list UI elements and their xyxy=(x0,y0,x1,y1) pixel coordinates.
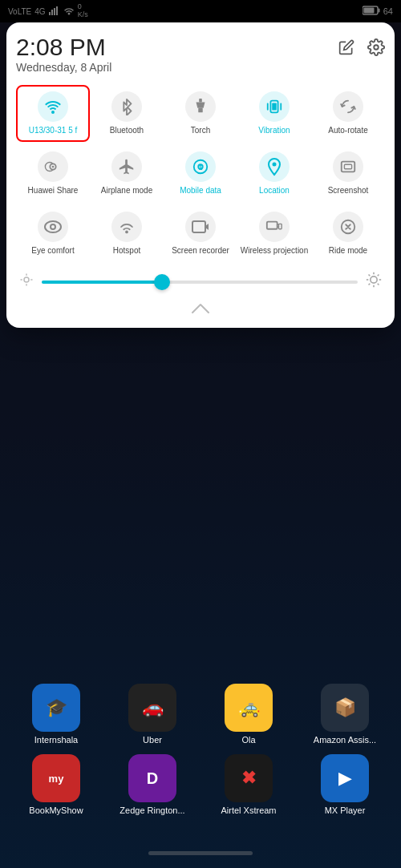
app-amazon[interactable]: 📦 Amazon Assis... xyxy=(309,684,381,745)
svg-point-28 xyxy=(24,277,29,282)
mobiledata-toggle-label: Mobile data xyxy=(180,186,221,196)
svg-rect-8 xyxy=(198,108,203,113)
panel-time: 2:08 PM xyxy=(16,35,111,59)
wifi-toggle-icon xyxy=(38,91,68,122)
toggle-row-1: U13/30-31 5 f Bluetooth Torch Vibration xyxy=(16,85,385,142)
toggle-screenrecorder[interactable]: Screen recorder xyxy=(164,205,237,262)
huaweishare-toggle-icon xyxy=(38,151,68,182)
torch-toggle-label: Torch xyxy=(191,126,210,135)
uber-label: Uber xyxy=(116,735,188,745)
toggle-bluetooth[interactable]: Bluetooth xyxy=(90,85,164,142)
hotspot-toggle-icon xyxy=(111,212,142,242)
toggle-autorotate[interactable]: Auto-rotate xyxy=(311,85,385,142)
mobiledata-toggle-icon: 1 xyxy=(185,151,216,182)
amazon-icon: 📦 xyxy=(321,684,369,732)
wirelessprojection-toggle-icon xyxy=(259,212,290,242)
brightness-high-icon xyxy=(366,272,382,292)
ridemode-toggle-icon xyxy=(333,212,363,242)
huaweishare-toggle-label: Huawei Share xyxy=(28,186,79,196)
svg-line-39 xyxy=(378,284,379,285)
toggle-location[interactable]: Location xyxy=(237,145,311,202)
airplanemode-toggle-icon xyxy=(111,151,142,182)
apps-section: 🎓 Internshala 🚗 Uber 🚕 Ola 📦 Amazon Assi… xyxy=(0,679,401,820)
ola-icon: 🚕 xyxy=(225,684,273,732)
screenrecorder-toggle-label: Screen recorder xyxy=(172,246,229,256)
toggle-mobiledata[interactable]: 1 Mobile data xyxy=(164,145,237,202)
mxplayer-label: MX Player xyxy=(309,805,381,815)
amazon-label: Amazon Assis... xyxy=(309,735,381,745)
screenshot-toggle-label: Screenshot xyxy=(328,186,369,196)
internshala-icon: 🎓 xyxy=(32,684,80,732)
location-toggle-label: Location xyxy=(259,186,290,196)
brightness-row xyxy=(16,265,385,295)
ola-label: Ola xyxy=(213,735,285,745)
panel-action-icons xyxy=(338,38,385,59)
location-toggle-icon xyxy=(259,151,290,182)
svg-rect-9 xyxy=(199,99,202,103)
internshala-label: Internshala xyxy=(20,735,92,745)
toggle-wirelessprojection[interactable]: Wireless projection xyxy=(237,205,311,262)
app-bookmyshow[interactable]: my BookMyShow xyxy=(20,754,92,815)
svg-point-13 xyxy=(52,166,55,168)
toggle-torch[interactable]: Torch xyxy=(164,85,237,142)
eyecomfort-toggle-label: Eye comfort xyxy=(31,246,74,256)
airplanemode-toggle-label: Airplane mode xyxy=(101,186,152,196)
app-internshala[interactable]: 🎓 Internshala xyxy=(20,684,92,745)
airtel-label: Airtel Xstream xyxy=(213,805,285,815)
screenrecorder-toggle-icon xyxy=(185,212,216,242)
bluetooth-toggle-icon xyxy=(111,91,142,122)
svg-rect-25 xyxy=(267,222,277,229)
uber-icon: 🚗 xyxy=(128,684,176,732)
svg-point-20 xyxy=(45,221,61,232)
wirelessprojection-toggle-label: Wireless projection xyxy=(241,246,308,256)
app-row-1: 🎓 Internshala 🚗 Uber 🚕 Ola 📦 Amazon Assi… xyxy=(0,679,401,749)
toggle-hotspot[interactable]: Hotspot xyxy=(90,205,164,262)
toggle-eyecomfort[interactable]: Eye comfort xyxy=(16,205,90,262)
autorotate-toggle-icon xyxy=(333,91,363,122)
airtel-icon: ✖ xyxy=(225,754,273,802)
app-ola[interactable]: 🚕 Ola xyxy=(213,684,285,745)
toggle-airplanemode[interactable]: Airplane mode xyxy=(90,145,164,202)
brightness-track[interactable] xyxy=(42,281,358,284)
swipe-indicator xyxy=(16,295,385,320)
vibration-toggle-label: Vibration xyxy=(258,126,290,135)
settings-icon[interactable] xyxy=(367,38,385,59)
app-airtel[interactable]: ✖ Airtel Xstream xyxy=(213,754,285,815)
toggle-row-2: Huawei Share Airplane mode 1 Mobile data… xyxy=(16,145,385,202)
brightness-fill xyxy=(42,281,162,284)
svg-line-41 xyxy=(378,275,379,277)
toggle-ridemode[interactable]: Ride mode xyxy=(311,205,385,262)
toggle-huaweishare[interactable]: Huawei Share xyxy=(16,145,90,202)
app-row-2: my BookMyShow D Zedge Rington... ✖ Airte… xyxy=(0,749,401,820)
toggle-screenshot[interactable]: Screenshot xyxy=(311,145,385,202)
svg-rect-19 xyxy=(344,164,351,169)
screenshot-toggle-icon xyxy=(333,151,363,182)
ridemode-toggle-label: Ride mode xyxy=(329,246,367,256)
panel-header: 2:08 PM Wednesday, 8 April xyxy=(16,35,385,74)
zedge-icon: D xyxy=(128,754,176,802)
brightness-thumb[interactable] xyxy=(154,274,170,290)
autorotate-toggle-label: Auto-rotate xyxy=(328,126,367,135)
svg-rect-23 xyxy=(192,221,205,232)
svg-rect-18 xyxy=(342,162,355,172)
eyecomfort-toggle-icon xyxy=(38,212,68,242)
torch-toggle-icon xyxy=(185,91,216,122)
edit-icon[interactable] xyxy=(338,39,354,58)
svg-point-7 xyxy=(374,45,379,50)
mxplayer-icon: ▶ xyxy=(321,754,369,802)
svg-line-40 xyxy=(369,284,371,285)
app-mxplayer[interactable]: ▶ MX Player xyxy=(309,754,381,815)
svg-point-21 xyxy=(51,224,55,229)
app-zedge[interactable]: D Zedge Rington... xyxy=(116,754,188,815)
svg-rect-11 xyxy=(272,103,277,110)
svg-point-17 xyxy=(273,163,277,167)
toggle-vibration[interactable]: Vibration xyxy=(237,85,311,142)
brightness-low-icon xyxy=(19,273,34,291)
bookmyshow-label: BookMyShow xyxy=(20,805,92,815)
toggle-wifi[interactable]: U13/30-31 5 f xyxy=(16,85,90,142)
bookmyshow-icon: my xyxy=(32,754,80,802)
wifi-toggle-label: U13/30-31 5 f xyxy=(29,126,78,135)
time-date-block: 2:08 PM Wednesday, 8 April xyxy=(16,35,111,74)
app-uber[interactable]: 🚗 Uber xyxy=(116,684,188,745)
quick-settings-panel: 2:08 PM Wednesday, 8 April U13/30-31 5 f xyxy=(6,22,395,328)
